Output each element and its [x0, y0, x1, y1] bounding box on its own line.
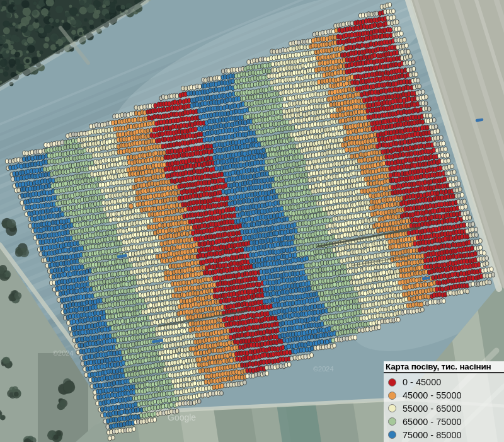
legend-item-label: 45000 - 55000 [403, 390, 462, 400]
legend-item-label: 55000 - 65000 [403, 404, 462, 414]
legend-item-label: 65000 - 75000 [403, 417, 462, 427]
legend-swatch-icon [388, 392, 396, 400]
legend-item: 75000 - 85000 [388, 428, 504, 441]
legend-item: 65000 - 75000 [388, 415, 504, 428]
map-legend: Карта посіву, тис. насінин 0 - 450004500… [384, 361, 504, 442]
legend-item-label: 0 - 45000 [403, 377, 441, 387]
seeding-map-export: Карта посіву, тис. насінин 0 - 450004500… [0, 0, 504, 442]
legend-swatch-icon [388, 431, 396, 439]
legend-title: Карта посіву, тис. насінин [384, 361, 504, 373]
legend-swatch-icon [388, 404, 396, 412]
legend-swatch-icon [388, 378, 396, 387]
legend-item-label: 75000 - 85000 [403, 430, 462, 440]
legend-item: 55000 - 65000 [388, 402, 504, 416]
legend-item: 45000 - 55000 [388, 389, 504, 402]
legend-swatch-icon [388, 417, 396, 426]
legend-item: 0 - 45000 [388, 376, 504, 389]
legend-items: 0 - 4500045000 - 5500055000 - 6500065000… [384, 373, 504, 441]
